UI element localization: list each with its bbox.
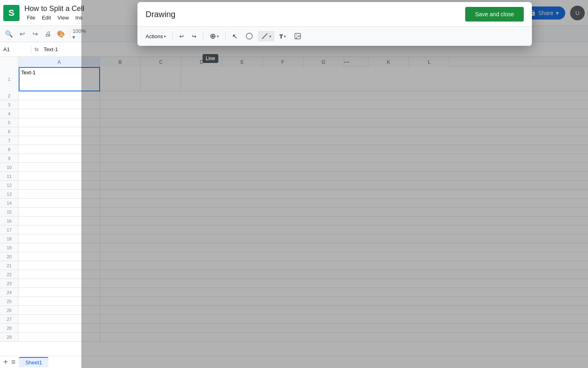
row-number-22: 22: [0, 270, 19, 279]
actions-dropdown-icon: ▾: [164, 34, 166, 39]
cell-a1-value: Text-1: [21, 69, 35, 76]
formula-separator: [31, 45, 31, 54]
row-number-15: 15: [0, 208, 19, 216]
toolbar-sep-2: [203, 31, 203, 41]
row-number-5: 5: [0, 118, 19, 127]
corner-cell: [0, 57, 19, 67]
row-number-21: 21: [0, 261, 19, 270]
logo-letter: S: [9, 8, 15, 18]
line-tooltip-label: Line: [206, 56, 215, 61]
toolbar-sep-1: [172, 31, 173, 41]
text-tool-button[interactable]: T ▾: [276, 31, 289, 41]
sheets-menu: File Edit View Ins: [24, 14, 85, 22]
row-number-10: 10: [0, 163, 19, 171]
drawing-zoom-button[interactable]: ⊕ ▾: [207, 30, 222, 42]
text-dropdown-icon: ▾: [284, 34, 286, 39]
menu-file[interactable]: File: [24, 14, 38, 22]
paint-toolbar-icon[interactable]: 🎨: [55, 28, 67, 40]
row-number-12: 12: [0, 181, 19, 189]
line-dropdown-icon: ▾: [269, 34, 271, 39]
actions-label: Actions: [146, 33, 163, 39]
row-number-7: 7: [0, 136, 19, 145]
menu-edit[interactable]: Edit: [39, 14, 53, 22]
row-number-27: 27: [0, 315, 19, 323]
cell-reference[interactable]: A1: [3, 46, 28, 52]
line-icon: [261, 32, 268, 40]
image-icon: [294, 32, 301, 40]
redo-toolbar-icon[interactable]: ↪: [29, 28, 41, 40]
undo-icon: ↩: [179, 33, 184, 39]
row-number-17: 17: [0, 225, 19, 234]
svg-point-0: [246, 33, 252, 39]
row-number-23: 23: [0, 279, 19, 288]
row-number-8: 8: [0, 145, 19, 154]
row-number-11: 11: [0, 172, 19, 180]
row-number-26: 26: [0, 306, 19, 314]
dialog-titlebar: Drawing Save and close: [137, 2, 532, 27]
svg-point-3: [296, 35, 297, 35]
menu-view[interactable]: View: [55, 14, 71, 22]
zoom-icon: ⊕: [210, 32, 216, 41]
row-number-1: 1: [0, 67, 19, 91]
drawing-undo-button[interactable]: ↩: [176, 32, 187, 41]
row-number-14: 14: [0, 199, 19, 207]
row-number-13: 13: [0, 190, 19, 198]
row-number-29: 29: [0, 333, 19, 341]
select-cursor-icon: ↖: [232, 32, 237, 40]
row-number-19: 19: [0, 243, 19, 252]
row-number-25: 25: [0, 297, 19, 305]
row-number-3: 3: [0, 100, 19, 109]
row-number-18: 18: [0, 234, 19, 243]
undo-toolbar-icon[interactable]: ↩: [16, 28, 28, 40]
dialog-title: Drawing: [146, 10, 175, 19]
sheet-tab-sheet1[interactable]: Sheet1: [19, 357, 48, 367]
redo-icon: ↪: [192, 33, 196, 39]
drawing-toolbar: Actions ▾ ↩ ↪ ⊕ ▾ ↖: [137, 27, 532, 46]
select-tool-button[interactable]: ↖: [229, 31, 241, 42]
row-number-24: 24: [0, 288, 19, 297]
save-close-button[interactable]: Save and close: [465, 7, 524, 22]
toolbar-separator-1: [70, 30, 70, 38]
text-icon: T: [279, 33, 283, 40]
row-number-9: 9: [0, 154, 19, 162]
line-tooltip: Line: [203, 54, 218, 63]
row-number-16: 16: [0, 216, 19, 225]
sheets-logo: S: [3, 5, 20, 21]
drawing-dialog: Drawing Save and close Actions ▾ ↩ ↪ ⊕: [137, 2, 532, 46]
sheet-menu-button[interactable]: ≡: [11, 358, 16, 366]
drawing-redo-button[interactable]: ↪: [189, 32, 200, 41]
search-toolbar-icon[interactable]: 🔍: [3, 28, 15, 40]
row-number-20: 20: [0, 252, 19, 261]
title-area: How to Split a Cell File Edit View Ins: [24, 4, 85, 22]
doc-title: How to Split a Cell: [24, 4, 85, 13]
svg-line-1: [262, 34, 267, 39]
modal-overlay: Drawing Save and close Actions ▾ ↩ ↪ ⊕: [81, 0, 588, 368]
actions-button[interactable]: Actions ▾: [142, 32, 169, 41]
shapes-tool-button[interactable]: [242, 31, 256, 41]
row-number-28: 28: [0, 324, 19, 332]
toolbar-sep-3: [225, 31, 226, 41]
line-tool-button[interactable]: ▾: [258, 31, 274, 41]
formula-fx-icon: fx: [35, 46, 39, 52]
shapes-icon: [246, 32, 253, 40]
image-tool-button[interactable]: [291, 31, 305, 41]
row-number-4: 4: [0, 109, 19, 118]
row-number-6: 6: [0, 127, 19, 136]
add-sheet-button[interactable]: +: [3, 357, 8, 367]
print-toolbar-icon[interactable]: 🖨: [42, 28, 54, 40]
zoom-dropdown-icon: ▾: [217, 34, 219, 39]
row-number-2: 2: [0, 91, 19, 100]
